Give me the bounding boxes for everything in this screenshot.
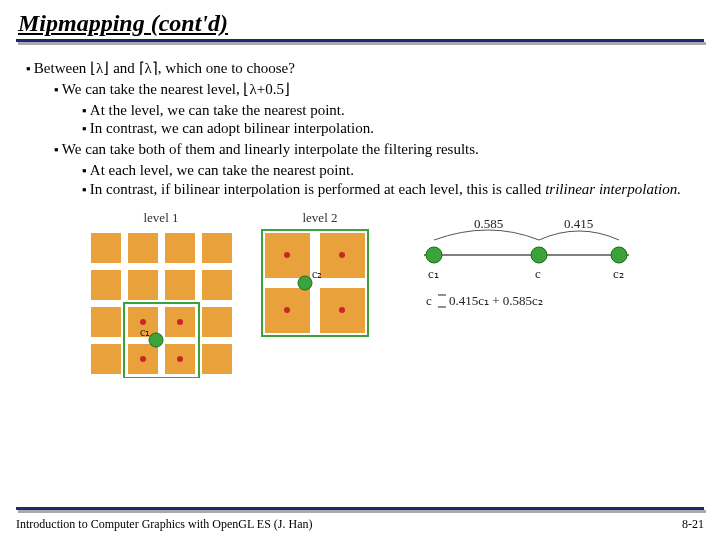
level2-label: level 2 (302, 210, 337, 226)
svg-point-29 (284, 307, 290, 313)
svg-point-27 (284, 252, 290, 258)
c2-label: c₂ (312, 267, 322, 281)
svg-rect-12 (91, 344, 121, 374)
bullet-list: Between ⌊λ⌋ and ⌈λ⌉, which one to choose… (16, 59, 704, 198)
svg-rect-6 (165, 270, 195, 300)
text: We can take both of them and linearly in… (62, 141, 479, 157)
svg-point-30 (339, 307, 345, 313)
svg-rect-8 (91, 307, 121, 337)
svg-point-20 (177, 356, 183, 362)
footer-rule (16, 507, 704, 513)
eq-c: c (426, 293, 432, 308)
figure-interp: 0.585 0.415 c₁ c c₂ c 0.415c₁ + 0.585c₂ (404, 210, 634, 330)
svg-rect-2 (165, 233, 195, 263)
title-rule (16, 39, 704, 45)
bullet-1: Between ⌊λ⌋ and ⌈λ⌉, which one to choose… (26, 59, 696, 198)
svg-point-35 (611, 247, 627, 263)
eq: 0.415c₁ + 0.585c₂ (449, 293, 543, 308)
svg-rect-5 (128, 270, 158, 300)
c2: c₂ (613, 266, 624, 281)
text: Between (34, 60, 90, 76)
bullet-1b: We can take both of them and linearly in… (54, 140, 696, 198)
svg-point-18 (177, 319, 183, 325)
text: We can take the nearest level, (62, 81, 244, 97)
trilinear-term: trilinear interpolation. (545, 181, 681, 197)
svg-rect-0 (91, 233, 121, 263)
bullet-1a1: At the level, we can take the nearest po… (82, 101, 696, 120)
svg-point-33 (426, 247, 442, 263)
slide-title: Mipmapping (cont'd) (18, 10, 704, 37)
expr: ⌊λ+0.5⌋ (243, 81, 289, 97)
c1-label: c₁ (140, 325, 150, 339)
interp-svg: 0.585 0.415 c₁ c c₂ c 0.415c₁ + 0.585c₂ (404, 210, 634, 330)
svg-rect-1 (128, 233, 158, 263)
footer: Introduction to Computer Graphics with O… (16, 507, 704, 532)
svg-point-19 (140, 356, 146, 362)
w1-label: 0.585 (474, 216, 503, 231)
bullet-1b1: At each level, we can take the nearest p… (82, 161, 696, 180)
c: c (535, 266, 541, 281)
svg-rect-4 (91, 270, 121, 300)
figure-level2: level 2 c₂ (260, 210, 380, 348)
slide: Mipmapping (cont'd) Between ⌊λ⌋ and ⌈λ⌉,… (0, 0, 720, 540)
text: , which one to choose? (158, 60, 295, 76)
text: and (109, 60, 138, 76)
bullet-1b2: In contrast, if bilinear interpolation i… (82, 180, 696, 199)
footer-text: Introduction to Computer Graphics with O… (16, 517, 313, 532)
level2-svg: c₂ (260, 228, 380, 348)
ceil-lambda: ⌈λ⌉ (139, 60, 158, 76)
level1-label: level 1 (143, 210, 178, 226)
svg-point-34 (531, 247, 547, 263)
svg-rect-15 (202, 344, 232, 374)
level1-svg: c₁ (86, 228, 236, 378)
figure-row: level 1 c₁ level 2 (16, 210, 704, 378)
svg-rect-11 (202, 307, 232, 337)
svg-rect-7 (202, 270, 232, 300)
svg-point-21 (149, 333, 163, 347)
page-number: 8-21 (682, 517, 704, 532)
svg-rect-3 (202, 233, 232, 263)
bullet-1a2: In contrast, we can adopt bilinear inter… (82, 119, 696, 138)
w2-label: 0.415 (564, 216, 593, 231)
c1: c₁ (428, 266, 439, 281)
svg-point-28 (339, 252, 345, 258)
figure-level1: level 1 c₁ (86, 210, 236, 378)
bullet-1a: We can take the nearest level, ⌊λ+0.5⌋ A… (54, 80, 696, 138)
text: In contrast, if bilinear interpolation i… (90, 181, 545, 197)
floor-lambda: ⌊λ⌋ (90, 60, 109, 76)
svg-point-31 (298, 276, 312, 290)
